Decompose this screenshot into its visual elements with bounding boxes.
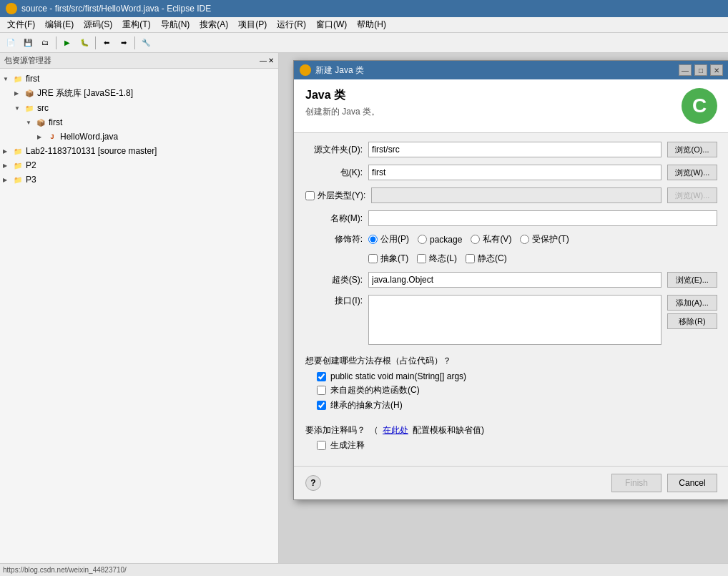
footer-left: ? <box>305 475 321 491</box>
toolbar-save-all-btn[interactable]: 🗂 <box>37 35 53 51</box>
outer-type-checkbox[interactable] <box>305 191 315 200</box>
toolbar-save-btn[interactable]: 💾 <box>20 35 36 51</box>
chevron-lab2-icon: ▶ <box>3 148 10 155</box>
comments-paren-open: （ <box>370 424 378 436</box>
tree-item-jre[interactable]: ▶ 📦 JRE 系统库 [JavaSE-1.8] <box>0 86 278 101</box>
modifier-radio-group: 公用(P) package 私有(V) <box>368 233 717 245</box>
name-input[interactable] <box>368 210 717 226</box>
toolbar-fwd-btn[interactable]: ➡ <box>116 35 132 51</box>
superclass-input[interactable] <box>368 272 661 288</box>
dialog-title-text: 新建 Java 类 <box>300 64 364 77</box>
add-interface-btn[interactable]: 添加(A)... <box>667 295 717 311</box>
modifier-public-radio[interactable] <box>368 235 378 244</box>
menu-search[interactable]: 搜索(A) <box>195 17 232 32</box>
modifier-abstract-label: 抽象(T) <box>380 253 408 265</box>
dialog-maximize-btn[interactable]: □ <box>694 64 707 76</box>
dialog-subtitle: 创建新的 Java 类。 <box>305 106 380 118</box>
tree-item-p2[interactable]: ▶ 📁 P2 <box>0 158 278 172</box>
tree-item-p3[interactable]: ▶ 📁 P3 <box>0 172 278 187</box>
tree-item-src[interactable]: ▼ 📁 src <box>0 101 278 115</box>
help-button[interactable]: ? <box>305 475 321 491</box>
menu-source[interactable]: 源码(S) <box>79 17 117 32</box>
tree-label-p3: P3 <box>26 175 36 185</box>
footer-right: Finish Cancel <box>611 474 717 492</box>
tree-item-first-pkg[interactable]: ▼ 📦 first <box>0 115 278 130</box>
menu-project[interactable]: 项目(P) <box>234 17 271 32</box>
comments-link[interactable]: 在此处 <box>383 424 408 436</box>
new-java-class-dialog: 新建 Java 类 — □ ✕ Java 类 创建新的 Java 类。 <box>293 60 728 500</box>
menu-run[interactable]: 运行(R) <box>272 17 310 32</box>
dialog-footer: ? Finish Cancel <box>294 466 728 499</box>
stub-constructors-checkbox[interactable] <box>317 386 326 395</box>
modifier-package-label: package <box>430 235 462 245</box>
comments-section: 要添加注释吗？ （ 在此处 配置模板和缺省值) 生成注释 <box>305 424 717 451</box>
modifier-final-label: 终态(L) <box>429 253 457 265</box>
modifier-private-label: 私有(V) <box>483 233 511 245</box>
interfaces-row: 接口(I): 添加(A)... 移除(R) <box>305 295 717 345</box>
dialog-eclipse-icon <box>300 64 311 76</box>
dialog-title-label: 新建 Java 类 <box>315 64 364 77</box>
comments-label: 要添加注释吗？ <box>305 424 365 436</box>
explorer-close-icon[interactable]: ✕ <box>268 57 274 64</box>
modifier-final-checkbox[interactable] <box>417 254 426 263</box>
outer-type-input[interactable] <box>371 187 661 203</box>
name-label: 名称(M): <box>305 213 363 225</box>
modifier-package-radio[interactable] <box>418 235 427 244</box>
explorer-tree: ▼ 📁 first ▶ 📦 JRE 系统库 [JavaSE-1.8] ▼ 📁 s… <box>0 69 278 563</box>
stub-abstract: 继承的抽象方法(H) <box>317 399 717 411</box>
package-input[interactable] <box>368 165 661 180</box>
cancel-button[interactable]: Cancel <box>667 474 717 492</box>
modifier-abstract-checkbox[interactable] <box>368 254 378 263</box>
stubs-title: 想要创建哪些方法存根（占位代码）？ <box>305 355 717 367</box>
menu-refactor[interactable]: 重构(T) <box>118 17 154 32</box>
p2-icon: 📁 <box>12 160 24 171</box>
stubs-section: 想要创建哪些方法存根（占位代码）？ public static void mai… <box>305 355 717 414</box>
superclass-browse-btn[interactable]: 浏览(E)... <box>667 272 717 288</box>
menu-window[interactable]: 窗口(W) <box>312 17 351 32</box>
interface-buttons: 添加(A)... 移除(R) <box>667 295 717 329</box>
finish-button[interactable]: Finish <box>611 474 661 492</box>
menu-edit[interactable]: 编辑(E) <box>41 17 78 32</box>
remove-interface-btn[interactable]: 移除(R) <box>667 313 717 329</box>
modifier-static-checkbox[interactable] <box>466 254 475 263</box>
ide-window: source - first/src/first/HelloWord.java … <box>0 0 728 576</box>
tree-label-first: first <box>26 74 39 84</box>
modifier-protected-radio[interactable] <box>520 235 529 244</box>
toolbar-run-btn[interactable]: ▶ <box>59 35 75 51</box>
explorer-minimize-icon[interactable]: — <box>260 57 267 64</box>
main-content: 包资源管理器 — ✕ ▼ 📁 first ▶ 📦 JRE 系统库 [JavaSE… <box>0 53 728 563</box>
package-icon: 📦 <box>35 117 46 128</box>
toolbar-back-btn[interactable]: ⬅ <box>99 35 114 51</box>
outer-type-row: 外层类型(Y): 浏览(W)... <box>305 187 717 203</box>
lab2-project-icon: 📁 <box>12 145 24 157</box>
tree-item-helloword[interactable]: ▶ J HelloWord.java <box>0 130 278 144</box>
menu-navigate[interactable]: 导航(N) <box>157 17 195 32</box>
source-folder-input[interactable] <box>368 142 661 157</box>
toolbar-extra1[interactable]: 🔧 <box>138 35 154 51</box>
explorer-header: 包资源管理器 — ✕ <box>0 53 278 69</box>
modifier-extra-row: 抽象(T) 终态(L) 静态(C) <box>368 253 717 265</box>
toolbar-sep3 <box>134 36 135 49</box>
menu-file[interactable]: 文件(F) <box>3 17 39 32</box>
tree-item-lab2[interactable]: ▶ 📁 Lab2-1183710131 [source master] <box>0 144 278 158</box>
tree-item-first-project[interactable]: ▼ 📁 first <box>0 72 278 86</box>
toolbar-debug-btn[interactable]: 🐛 <box>77 35 92 51</box>
package-browse-btn[interactable]: 浏览(W)... <box>667 165 717 180</box>
interfaces-list[interactable] <box>368 295 661 345</box>
superclass-row: 超类(S): 浏览(E)... <box>305 272 717 288</box>
dialog-close-btn[interactable]: ✕ <box>710 64 723 76</box>
status-bar: https://blog.csdn.net/weixin_44823710/ <box>0 563 728 576</box>
stub-abstract-checkbox[interactable] <box>317 401 326 410</box>
modifier-private: 私有(V) <box>471 233 511 245</box>
menu-help[interactable]: 帮助(H) <box>353 17 390 32</box>
generate-comments-checkbox[interactable] <box>317 441 326 450</box>
stub-constructors-label: 来自超类的构造函数(C) <box>330 384 420 396</box>
modifier-package: package <box>418 235 462 245</box>
dialog-minimize-btn[interactable]: — <box>679 64 692 76</box>
p3-icon: 📁 <box>12 174 24 185</box>
toolbar-new-btn[interactable]: 📄 <box>3 35 19 51</box>
chevron-p3-icon: ▶ <box>3 177 10 183</box>
modifier-private-radio[interactable] <box>471 235 480 244</box>
source-folder-browse-btn[interactable]: 浏览(O)... <box>667 142 717 157</box>
stub-main-checkbox[interactable] <box>317 372 326 381</box>
